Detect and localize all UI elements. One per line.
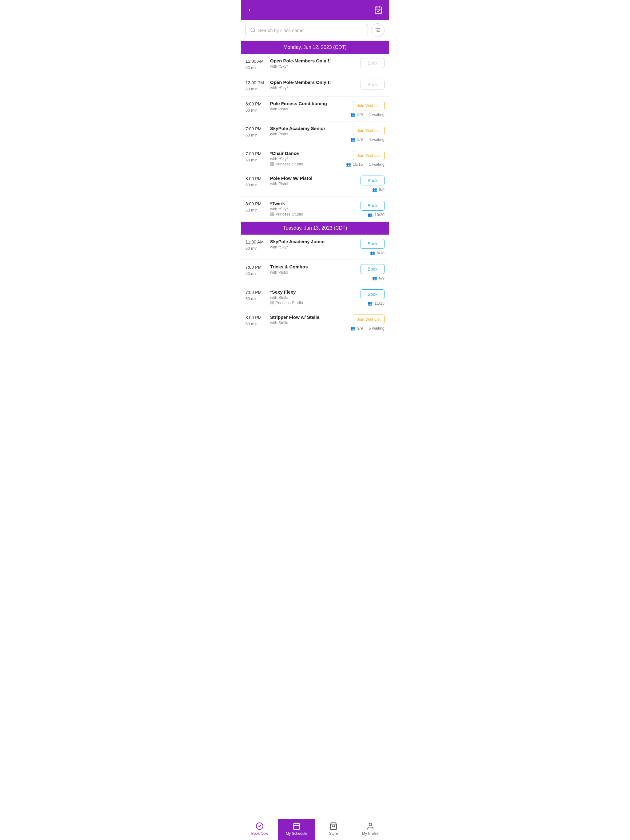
- class-action: Book👥6/18: [351, 239, 385, 255]
- search-icon: [250, 27, 256, 33]
- class-name: Open Pole-Members Only!!!: [270, 80, 347, 85]
- svg-rect-13: [272, 163, 274, 164]
- waiting-count: 5 waiting: [369, 326, 385, 330]
- class-duration: 60 min: [245, 86, 266, 92]
- nav-item-store[interactable]: Store: [315, 819, 352, 840]
- waitlist-button[interactable]: Join Wait List: [353, 101, 385, 111]
- class-row: 7:00 PM60 min*Chair Dancewith *Sky* Prin…: [241, 146, 389, 171]
- svg-rect-16: [271, 213, 272, 214]
- location-icon: [270, 162, 274, 166]
- class-duration: 60 min: [245, 132, 266, 138]
- calendar-check-icon[interactable]: [373, 4, 384, 15]
- class-name: Pole Flow W/ Pistol: [270, 175, 347, 181]
- class-capacity: 👥6/9: [372, 276, 385, 280]
- class-name: SkyPole Academy Senior: [270, 126, 347, 131]
- class-info: Pole Fitness Conditioningwith Pistol: [270, 101, 347, 112]
- class-location: Princess Studio: [270, 300, 347, 305]
- search-input-wrap: [245, 24, 368, 36]
- class-time-value: 8:00 PM: [245, 201, 266, 207]
- svg-point-10: [377, 30, 378, 30]
- class-instructor: with Pistol: [270, 182, 347, 186]
- class-action: Join Wait List👥15/15 1 waiting: [346, 151, 385, 167]
- nav-item-book-now[interactable]: Book Now: [241, 819, 278, 840]
- class-info: *Twerkwith *Sky* Princess Studio: [270, 201, 347, 216]
- class-name: Tricks & Combos: [270, 264, 347, 269]
- book-button-disabled: Book: [361, 80, 385, 90]
- class-time: 7:00 PM50 min: [245, 289, 266, 302]
- class-instructor: with *Sky*: [270, 245, 347, 249]
- class-time-value: 12:00 PM: [245, 80, 266, 86]
- class-duration: 60 min: [245, 65, 266, 71]
- class-name: Open Pole-Members Only!!!: [270, 58, 347, 63]
- waiting-count: 1 waiting: [369, 112, 385, 117]
- class-action: Book👥10/20: [351, 201, 385, 217]
- back-button[interactable]: ‹: [246, 5, 253, 15]
- waiting-count: 4 waiting: [369, 137, 385, 142]
- waitlist-button[interactable]: Join Wait List: [353, 126, 385, 135]
- day-header-0: Monday, Jun 12, 2023 (CDT): [241, 41, 389, 54]
- book-button[interactable]: Book: [361, 264, 385, 274]
- search-bar: [241, 20, 389, 41]
- nav-item-my-schedule[interactable]: My Schedule: [278, 819, 315, 840]
- class-instructor: with *Sky*: [270, 207, 347, 211]
- day-header-1: Tuesday, Jun 13, 2023 (CDT): [241, 222, 389, 235]
- class-time-value: 7:00 PM: [245, 289, 266, 296]
- filter-button[interactable]: [371, 24, 385, 37]
- class-time-value: 8:00 PM: [245, 314, 266, 321]
- nav-label-store: Store: [329, 831, 338, 836]
- class-info: Tricks & Comboswith Pistol: [270, 264, 347, 275]
- class-capacity: 👥9/9 5 waiting: [350, 326, 385, 330]
- book-button[interactable]: Book: [361, 201, 385, 211]
- location-icon: [270, 212, 274, 216]
- class-duration: 60 min: [245, 245, 266, 251]
- capacity-value: 8/9: [379, 187, 385, 192]
- waitlist-button[interactable]: Join Wait List: [353, 314, 385, 324]
- svg-rect-25: [293, 823, 300, 829]
- capacity-value: 9/9: [357, 326, 362, 330]
- svg-point-11: [378, 31, 379, 32]
- class-instructor: with Stella: [270, 321, 347, 325]
- class-capacity: 👥10/20: [367, 212, 385, 217]
- waiting-count: 1 waiting: [369, 162, 385, 167]
- class-time-value: 6:00 PM: [245, 101, 266, 107]
- people-icon: 👥: [350, 137, 355, 142]
- people-icon: 👥: [367, 301, 372, 306]
- class-time: 8:00 PM60 min: [245, 175, 266, 188]
- class-capacity: 👥6/18: [370, 251, 385, 255]
- nav-item-my-profile[interactable]: My Profile: [352, 819, 389, 840]
- location-icon: [270, 301, 274, 305]
- book-button-disabled: Book: [361, 58, 385, 68]
- class-row: 8:00 PM60 minPole Flow W/ Pistolwith Pis…: [241, 171, 389, 196]
- class-info: SkyPole Academy Juniorwith *Sky*: [270, 239, 347, 250]
- bottom-nav: Book Now My Schedule Store My Profile: [241, 819, 389, 840]
- class-action: Join Wait List👥9/9 4 waiting: [350, 126, 385, 142]
- class-duration: 60 min: [245, 157, 266, 163]
- people-icon: 👥: [372, 276, 377, 280]
- class-name: *Twerk: [270, 201, 347, 206]
- nav-label-my-schedule: My Schedule: [286, 831, 307, 836]
- class-info: SkyPole Academy Seniorwith Pistol: [270, 126, 347, 137]
- class-name: SkyPole Academy Junior: [270, 239, 347, 244]
- svg-point-30: [369, 823, 372, 826]
- class-info: Stripper Flow w/ Stellawith Stella: [270, 314, 347, 325]
- class-time: 11:00 AM60 min: [245, 58, 266, 71]
- svg-rect-22: [272, 303, 274, 305]
- book-button[interactable]: Book: [361, 289, 385, 299]
- people-icon: 👥: [350, 112, 355, 117]
- class-info: *Chair Dancewith *Sky* Princess Studio: [270, 151, 342, 166]
- class-time: 7:00 PM50 min: [245, 264, 266, 277]
- class-time-value: 11:00 AM: [245, 239, 266, 245]
- waitlist-button[interactable]: Join Wait List: [353, 151, 385, 160]
- class-instructor: with Pistol: [270, 107, 347, 111]
- book-button[interactable]: Book: [361, 175, 385, 185]
- class-list: Monday, Jun 12, 2023 (CDT)11:00 AM60 min…: [241, 41, 389, 360]
- search-input[interactable]: [258, 28, 363, 33]
- svg-rect-0: [375, 7, 382, 14]
- svg-rect-14: [272, 164, 274, 166]
- book-now-icon: [256, 822, 264, 830]
- class-action: Book👥6/9: [351, 264, 385, 280]
- svg-rect-21: [272, 301, 274, 303]
- people-icon: 👥: [372, 187, 377, 192]
- book-button[interactable]: Book: [361, 239, 385, 249]
- class-instructor: with *Sky*: [270, 156, 342, 161]
